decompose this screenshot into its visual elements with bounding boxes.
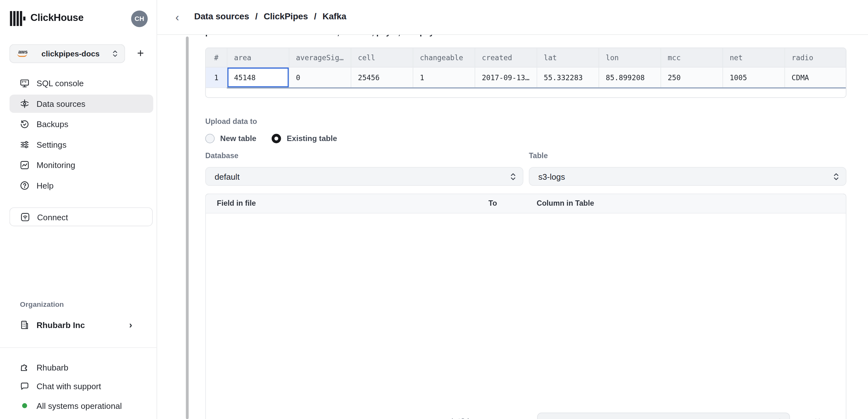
- column-header: radio: [784, 48, 846, 67]
- chevron-updown-icon: [833, 172, 839, 181]
- sidebar-item-monitoring[interactable]: Monitoring: [9, 156, 153, 174]
- arrow-right-icon: →: [491, 415, 501, 419]
- sidebar-item-system-status[interactable]: All systems operational: [9, 397, 153, 414]
- column-header: area: [227, 48, 288, 67]
- field-mapping-table: Field in file To Column in Table area In…: [205, 194, 846, 419]
- breadcrumb: Data sources / ClickPipes / Kafka: [194, 12, 346, 22]
- breadcrumb-data-sources[interactable]: Data sources: [194, 12, 249, 22]
- sidebar-item-chat-support[interactable]: Chat with support: [9, 378, 153, 394]
- remove-mapping-button[interactable]: ✕: [813, 416, 822, 419]
- connect-icon: [21, 212, 30, 222]
- column-header: mcc: [661, 48, 722, 67]
- breadcrumb-separator: /: [255, 12, 258, 22]
- status-ok-dot: [22, 403, 27, 408]
- preview-data-row: 1 45148 0 25456 1 2017-09-13… 55.332283 …: [206, 67, 846, 88]
- sidebar-divider: [0, 347, 157, 348]
- sidebar-item-data-sources[interactable]: Data sources: [9, 94, 153, 113]
- chevron-updown-icon: [112, 50, 118, 57]
- column-header: #: [206, 48, 227, 67]
- column-header: lon: [598, 48, 660, 67]
- breadcrumb-kafka[interactable]: Kafka: [322, 12, 346, 22]
- mapping-row: area Int64 → @timestamp Int64 ✕: [206, 407, 846, 419]
- aws-icon: aws: [17, 50, 29, 57]
- vertical-scrollbar[interactable]: [186, 36, 189, 419]
- sidebar-item-backups[interactable]: Backups: [9, 115, 153, 133]
- breadcrumb-separator: /: [314, 12, 316, 22]
- data-cell[interactable]: 1005: [722, 67, 784, 88]
- upload-data-to-label: Upload data to: [205, 117, 257, 126]
- database-label: Database: [205, 152, 239, 160]
- column-header: changeable: [413, 48, 474, 67]
- sidebar-item-help[interactable]: Help: [9, 176, 153, 195]
- puzzle-icon: [20, 363, 29, 372]
- column-header: cell: [351, 48, 412, 67]
- sidebar-item-rhubarb-app[interactable]: Rhubarb: [9, 359, 153, 376]
- table-label: Table: [529, 152, 548, 160]
- table-select[interactable]: s3-logs: [529, 167, 846, 186]
- monitoring-icon: [20, 160, 29, 170]
- data-preview-table: # area averageSig… cell changeable creat…: [205, 47, 846, 98]
- database-select[interactable]: default: [205, 167, 523, 186]
- data-cell[interactable]: CDMA: [784, 67, 846, 88]
- sidebar-item-settings[interactable]: Settings: [9, 136, 153, 154]
- data-cell[interactable]: 250: [661, 67, 722, 88]
- chat-bubble-icon: [20, 381, 29, 391]
- main-content: piece of information such as date, amoun…: [157, 0, 868, 419]
- column-header: created: [474, 48, 536, 67]
- app-title: ClickHouse: [30, 12, 84, 24]
- organization-switcher[interactable]: Rhubarb Inc ›: [9, 316, 153, 334]
- existing-table-radio[interactable]: [272, 133, 281, 143]
- data-cell[interactable]: 55.332283: [537, 67, 598, 88]
- backups-icon: [20, 120, 29, 129]
- back-button[interactable]: ‹: [175, 11, 179, 23]
- chevron-right-icon: ›: [129, 320, 132, 330]
- data-cell[interactable]: 25456: [351, 67, 412, 88]
- data-sources-icon: [20, 99, 29, 108]
- connect-button[interactable]: Connect: [9, 207, 153, 226]
- column-header: lat: [537, 48, 598, 67]
- service-selector[interactable]: aws clickpipes-docs: [9, 44, 125, 63]
- user-avatar[interactable]: CH: [131, 10, 148, 27]
- new-table-radio[interactable]: [205, 133, 215, 143]
- selected-cell[interactable]: 45148: [227, 67, 288, 88]
- mapping-header-row: Field in file To Column in Table: [206, 194, 846, 213]
- horizontal-scrollbar[interactable]: [227, 88, 846, 89]
- organization-icon: [20, 320, 29, 330]
- data-cell[interactable]: 1: [413, 67, 474, 88]
- service-name: clickpipes-docs: [34, 49, 107, 58]
- preview-header-row: # area averageSig… cell changeable creat…: [206, 48, 846, 67]
- data-cell[interactable]: 0: [289, 67, 351, 88]
- settings-icon: [20, 140, 29, 149]
- chevron-updown-icon: [510, 172, 516, 181]
- help-icon: [20, 181, 29, 191]
- row-number-cell: 1: [206, 67, 227, 88]
- new-table-label[interactable]: New table: [220, 134, 256, 142]
- column-select[interactable]: @timestamp Int64: [537, 413, 790, 419]
- organization-name: Rhubarb Inc: [36, 320, 122, 330]
- upload-target-radio-group: New table Existing table: [205, 133, 347, 143]
- sidebar: ClickHouse CH aws clickpipes-docs + SQL …: [0, 0, 157, 419]
- organization-section-label: Organization: [20, 300, 64, 309]
- data-cell[interactable]: 85.899208: [598, 67, 660, 88]
- top-bar: ‹ Data sources / ClickPipes / Kafka: [157, 0, 868, 35]
- existing-table-label[interactable]: Existing table: [287, 134, 337, 142]
- add-service-button[interactable]: +: [133, 45, 148, 61]
- data-cell[interactable]: 2017-09-13…: [474, 67, 536, 88]
- breadcrumb-clickpipes[interactable]: ClickPipes: [264, 12, 308, 22]
- sql-console-icon: [20, 78, 29, 88]
- clickhouse-logo-icon: [10, 11, 26, 26]
- column-header: net: [722, 48, 784, 67]
- sidebar-item-sql-console[interactable]: SQL console: [9, 74, 153, 93]
- column-header: averageSig…: [289, 48, 351, 67]
